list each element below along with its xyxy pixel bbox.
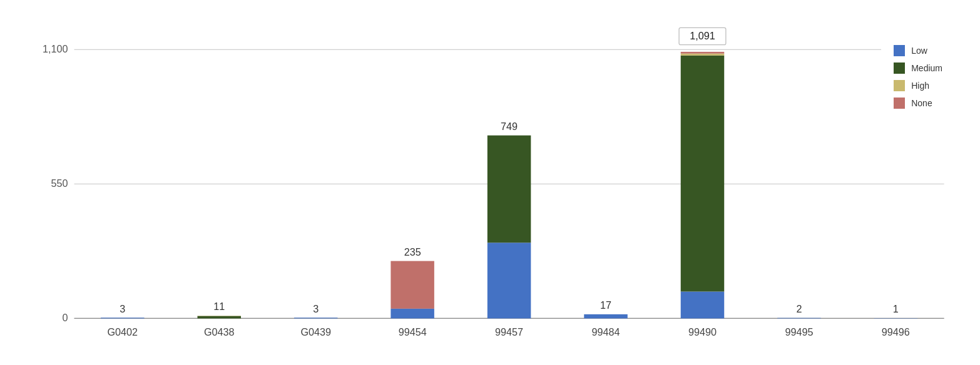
bar-segment-none (681, 52, 725, 54)
svg-text:99496: 99496 (882, 326, 910, 338)
bar-segment-low (487, 242, 531, 318)
svg-text:G0438: G0438 (204, 326, 235, 338)
legend-swatch (894, 80, 905, 91)
svg-text:99495: 99495 (785, 326, 813, 338)
svg-text:2: 2 (796, 303, 802, 314)
y-axis-label (13, 25, 31, 362)
legend-item: None (894, 98, 942, 109)
legend-label: Medium (911, 63, 942, 73)
bar-segment-low (294, 318, 338, 318)
bar-segment-high (681, 54, 725, 56)
svg-text:0: 0 (63, 312, 68, 323)
svg-text:235: 235 (404, 246, 421, 258)
legend-label: High (911, 81, 929, 91)
svg-text:99454: 99454 (399, 326, 427, 338)
chart-area: 05501,1003G040211G04383G0439235994547499… (31, 25, 967, 362)
bar-segment-low (777, 318, 821, 319)
svg-text:550: 550 (51, 178, 68, 189)
svg-text:G0402: G0402 (107, 326, 138, 338)
bar-segment-none (390, 261, 434, 309)
svg-text:3: 3 (313, 303, 319, 314)
legend-item: Medium (894, 62, 942, 74)
bar-segment-low (681, 291, 725, 318)
legend-item: Low (894, 45, 942, 56)
legend-swatch (894, 62, 905, 74)
svg-text:99484: 99484 (592, 326, 620, 338)
bar-segment-medium (197, 316, 241, 319)
bar-segment-low (390, 309, 434, 319)
svg-text:1,091: 1,091 (690, 30, 715, 41)
legend-swatch (894, 98, 905, 109)
chart-container: 05501,1003G040211G04383G0439235994547499… (0, 0, 980, 365)
svg-text:1: 1 (893, 303, 899, 314)
legend-label: None (911, 98, 932, 108)
legend-items: Low Medium High None (894, 45, 942, 109)
svg-text:11: 11 (213, 301, 225, 312)
bar-segment-low (101, 318, 145, 318)
svg-text:99457: 99457 (495, 326, 523, 338)
svg-text:749: 749 (501, 121, 518, 132)
svg-text:3: 3 (120, 303, 125, 314)
legend-label: Low (911, 46, 927, 56)
legend-item: High (894, 80, 942, 91)
svg-text:99490: 99490 (688, 326, 717, 338)
bar-chart: 05501,1003G040211G04383G0439235994547499… (31, 25, 967, 362)
svg-text:G0439: G0439 (300, 326, 331, 338)
bar-segment-medium (681, 56, 725, 292)
chart-body: 05501,1003G040211G04383G0439235994547499… (13, 25, 967, 362)
legend: Low Medium High None (881, 31, 955, 121)
bar-segment-low (584, 314, 628, 319)
svg-text:1,100: 1,100 (43, 43, 68, 54)
bar-segment-medium (487, 136, 531, 243)
svg-text:17: 17 (600, 299, 611, 311)
legend-swatch (894, 45, 905, 56)
grid-and-bars: 05501,1003G040211G04383G0439235994547499… (31, 25, 967, 362)
